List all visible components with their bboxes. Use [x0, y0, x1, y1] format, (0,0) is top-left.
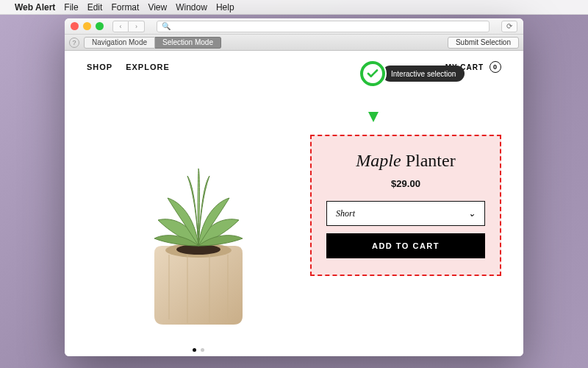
selection-mode-button[interactable]: Selection Mode — [155, 37, 221, 49]
address-search-field[interactable]: 🔍 — [157, 21, 490, 32]
nav-shop[interactable]: SHOP — [87, 63, 112, 71]
submit-selection-button[interactable]: Submit Selection — [448, 37, 519, 49]
variant-select[interactable]: Short ⌄ — [326, 201, 485, 226]
product-price: $29.00 — [326, 178, 485, 189]
product-image-area — [87, 91, 310, 356]
selection-pin-tail — [368, 112, 379, 122]
page-dot-1[interactable] — [193, 348, 196, 352]
planter-image — [114, 102, 283, 345]
forward-button[interactable]: › — [129, 21, 145, 32]
product-selection-box[interactable]: Maple Planter $29.00 Short ⌄ ADD TO CART — [310, 135, 501, 276]
window-titlebar: ‹ › 🔍 ⟳ — [65, 18, 523, 35]
reload-button[interactable]: ⟳ — [501, 21, 517, 32]
product-title: Maple Planter — [326, 151, 485, 171]
zoom-window-button[interactable] — [96, 22, 104, 30]
help-icon[interactable]: ? — [69, 38, 79, 48]
mac-menubar: Web Alert File Edit Format View Window H… — [0, 0, 588, 15]
menu-window[interactable]: Window — [176, 2, 207, 13]
page-dot-2[interactable] — [201, 348, 204, 352]
app-name[interactable]: Web Alert — [15, 2, 55, 13]
image-pagination-dots — [193, 348, 204, 352]
minimize-window-button[interactable] — [83, 22, 91, 30]
app-window: ‹ › 🔍 ⟳ ? Navigation Mode Selection Mode… — [65, 18, 523, 356]
search-icon: 🔍 — [162, 22, 171, 30]
menu-help[interactable]: Help — [216, 2, 234, 13]
selection-pin: Interactive selection — [360, 61, 465, 86]
close-window-button[interactable] — [71, 22, 79, 30]
back-button[interactable]: ‹ — [112, 21, 129, 32]
menu-view[interactable]: View — [148, 2, 167, 13]
menu-format[interactable]: Format — [111, 2, 139, 13]
variant-selected-label: Short — [336, 208, 355, 219]
checkmark-icon — [360, 61, 385, 86]
selection-pin-label: Interactive selection — [382, 66, 465, 82]
add-to-cart-button[interactable]: ADD TO CART — [326, 233, 485, 258]
menu-file[interactable]: File — [64, 2, 78, 13]
menu-edit[interactable]: Edit — [87, 2, 103, 13]
traffic-lights — [71, 22, 104, 30]
nav-buttons: ‹ › — [112, 21, 145, 32]
mode-toolbar: ? Navigation Mode Selection Mode Submit … — [65, 35, 523, 51]
nav-explore[interactable]: EXPLORE — [126, 63, 170, 71]
webpage-content: SHOP EXPLORE MY CART 0 — [65, 51, 523, 356]
cart-count-badge: 0 — [490, 61, 501, 73]
navigation-mode-button[interactable]: Navigation Mode — [84, 37, 155, 49]
chevron-down-icon: ⌄ — [468, 208, 476, 219]
